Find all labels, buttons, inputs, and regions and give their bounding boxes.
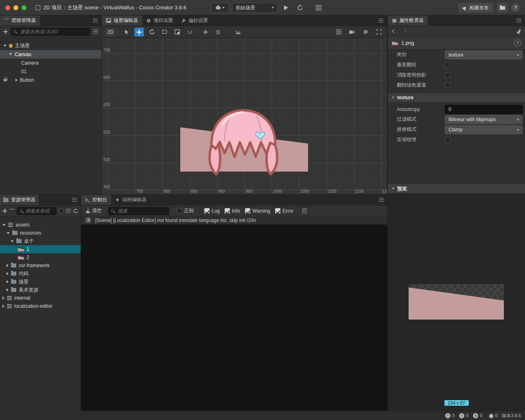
chevron-right-icon[interactable] bbox=[7, 264, 9, 267]
compress-checkbox[interactable] bbox=[445, 137, 450, 142]
chevron-right-icon[interactable] bbox=[15, 78, 18, 82]
asset-node-code[interactable]: 代码 bbox=[0, 270, 81, 278]
chevron-down-icon[interactable] bbox=[3, 45, 7, 47]
asset-node-2[interactable]: 2 bbox=[0, 253, 81, 261]
regex-checkbox[interactable] bbox=[177, 208, 182, 213]
lock-icon[interactable] bbox=[4, 79, 7, 81]
close-window-button[interactable] bbox=[5, 5, 10, 10]
asset-node-1[interactable]: 1 bbox=[0, 245, 81, 253]
mode-2d-toggle[interactable]: 2D bbox=[105, 28, 116, 36]
status-info-counter[interactable]: i 0 bbox=[445, 413, 455, 418]
tab-preferences[interactable]: 偏好设置 bbox=[177, 15, 212, 26]
tab-assets[interactable]: 资源管理器 bbox=[0, 195, 39, 205]
anisotropy-input[interactable] bbox=[445, 105, 523, 114]
minimize-window-button[interactable] bbox=[13, 5, 18, 10]
tab-project-settings[interactable]: 项目设置 bbox=[142, 15, 177, 26]
scene-settings-button[interactable] bbox=[361, 28, 370, 37]
chevron-right-icon[interactable] bbox=[7, 288, 9, 292]
type-select[interactable]: texture bbox=[445, 50, 523, 59]
log-file-icon[interactable] bbox=[302, 209, 306, 213]
filter-mode-select[interactable]: Bilinear with Mipmaps bbox=[445, 115, 523, 124]
filter-regex[interactable]: 正则 bbox=[177, 207, 194, 214]
flip-vertical-checkbox[interactable] bbox=[445, 62, 450, 67]
tab-scene-editor[interactable]: 场景编辑器 bbox=[102, 15, 142, 26]
texture-section-header[interactable]: texture bbox=[388, 93, 525, 102]
reload-button[interactable] bbox=[295, 3, 305, 13]
gizmo-visibility-button[interactable] bbox=[334, 28, 343, 37]
scene-viewport[interactable]: 700 650 600 550 500 450 750 800 850 900 … bbox=[102, 38, 387, 194]
clear-console-button[interactable]: 清空 bbox=[84, 207, 103, 214]
console-search-input[interactable] bbox=[108, 207, 169, 215]
snap-settings-tool[interactable] bbox=[213, 28, 223, 37]
assets-search-input[interactable] bbox=[17, 207, 57, 215]
asset-node-art[interactable]: 美术资源 bbox=[0, 286, 81, 294]
asset-node-assets[interactable]: assets bbox=[0, 221, 81, 229]
warning-checkbox[interactable] bbox=[245, 208, 250, 213]
add-node-button[interactable] bbox=[3, 29, 8, 34]
filter-log[interactable]: Log bbox=[204, 208, 220, 214]
asset-node-resources[interactable]: resources bbox=[0, 229, 81, 237]
tab-console[interactable]: 控制台 bbox=[81, 195, 111, 205]
scene-camera-button[interactable] bbox=[347, 28, 357, 37]
inspector-menu-icon[interactable] bbox=[516, 19, 521, 22]
select-tool[interactable] bbox=[122, 28, 131, 37]
move-tool[interactable] bbox=[134, 28, 144, 37]
asset-node-internal[interactable]: internal bbox=[0, 294, 81, 302]
play-button[interactable] bbox=[281, 3, 291, 13]
chevron-right-icon[interactable] bbox=[2, 305, 4, 308]
open-project-folder-button[interactable] bbox=[497, 3, 508, 13]
transform-gizmo-tool[interactable] bbox=[185, 28, 195, 37]
hierarchy-filter-icon[interactable] bbox=[93, 30, 98, 34]
tab-inspector[interactable]: 属性检查器 bbox=[388, 15, 428, 26]
chevron-down-icon[interactable] bbox=[2, 224, 6, 226]
launch-scene-select[interactable]: 初始场景 bbox=[232, 3, 278, 13]
scene-menu-icon[interactable] bbox=[378, 19, 383, 22]
tree-node-scene[interactable]: 主场景 bbox=[0, 41, 101, 50]
layout-grid-button[interactable] bbox=[313, 3, 324, 13]
status-warning-counter[interactable]: ! 0 bbox=[459, 413, 468, 418]
status-error-counter[interactable]: x 0 bbox=[473, 413, 482, 418]
tab-animation-editor[interactable]: 动画编辑器 bbox=[111, 195, 151, 205]
chevron-right-icon[interactable] bbox=[7, 272, 9, 275]
hierarchy-search-input[interactable] bbox=[11, 28, 90, 36]
asset-node-ssr-framework[interactable]: ssr-framework bbox=[0, 261, 81, 270]
hierarchy-menu-icon[interactable] bbox=[93, 19, 98, 22]
scale-tool[interactable] bbox=[172, 28, 182, 37]
flip-green-checkbox[interactable] bbox=[445, 83, 450, 88]
tree-node-camera[interactable]: Camera bbox=[0, 59, 101, 67]
log-checkbox[interactable] bbox=[204, 208, 210, 213]
asset-node-localization-editor[interactable]: localization-editor bbox=[0, 302, 81, 310]
tree-node-01[interactable]: 01 bbox=[0, 67, 101, 76]
platform-select[interactable] bbox=[212, 3, 229, 13]
tab-hierarchy[interactable]: 层级管理器 bbox=[0, 15, 40, 26]
help-button[interactable]: ? bbox=[511, 3, 520, 12]
fix-alpha-checkbox[interactable] bbox=[445, 72, 450, 78]
measure-tool[interactable] bbox=[233, 28, 243, 37]
add-asset-button[interactable] bbox=[2, 209, 7, 213]
asset-node-scenes[interactable]: 场景 bbox=[0, 278, 81, 286]
filter-error[interactable]: Error bbox=[275, 208, 293, 214]
asset-help-button[interactable]: ? bbox=[514, 39, 521, 46]
anchor-tool[interactable] bbox=[201, 28, 210, 37]
zoom-window-button[interactable] bbox=[22, 5, 26, 10]
console-menu-icon[interactable] bbox=[379, 198, 384, 202]
chevron-down-icon[interactable] bbox=[9, 53, 12, 55]
assets-toggle-checkbox[interactable] bbox=[59, 209, 63, 213]
build-publish-button[interactable]: 构建发布 bbox=[458, 3, 493, 13]
status-notification-counter[interactable]: 0 bbox=[489, 413, 497, 418]
pin-icon[interactable] bbox=[518, 29, 521, 33]
refresh-assets-button[interactable] bbox=[73, 209, 78, 213]
wrap-mode-select[interactable]: Clamp bbox=[445, 125, 523, 134]
tree-node-button[interactable]: Button bbox=[0, 76, 101, 84]
chevron-down-icon[interactable] bbox=[11, 240, 14, 242]
info-checkbox[interactable] bbox=[225, 208, 230, 213]
forward-button[interactable] bbox=[402, 29, 407, 33]
log-entry[interactable]: 3 [Scene] [Localization Editor] not foun… bbox=[81, 216, 387, 225]
assets-filter-icon[interactable] bbox=[66, 209, 71, 213]
rotate-tool[interactable] bbox=[147, 28, 157, 37]
assets-menu-icon[interactable] bbox=[72, 198, 77, 202]
chevron-right-icon[interactable] bbox=[2, 296, 4, 300]
filter-warning[interactable]: Warning bbox=[245, 208, 270, 214]
asset-node-table-folder[interactable]: 桌子 bbox=[0, 237, 81, 245]
console-log-area[interactable]: 3 [Scene] [Localization Editor] not foun… bbox=[81, 216, 387, 411]
